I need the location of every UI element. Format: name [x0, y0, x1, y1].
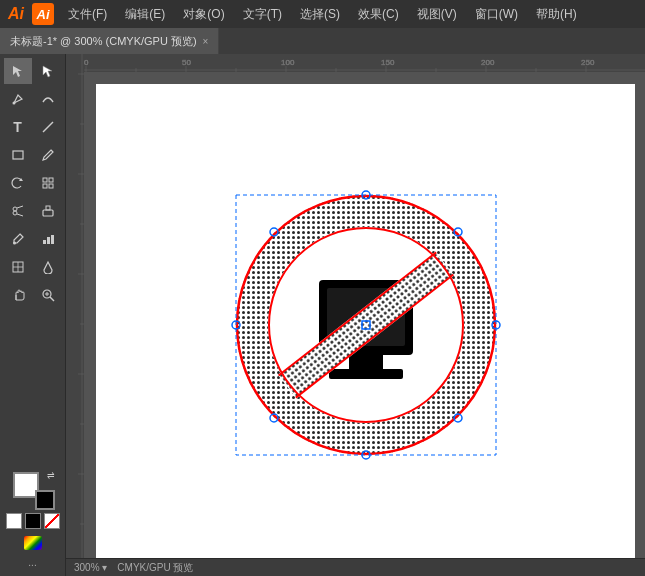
tool-row-7: [0, 226, 65, 252]
main-layout: T: [0, 54, 645, 576]
svg-rect-7: [49, 184, 53, 188]
paint-bucket-tool[interactable]: [34, 254, 62, 280]
svg-rect-12: [43, 210, 53, 216]
svg-text:50: 50: [182, 58, 191, 67]
svg-rect-15: [43, 240, 46, 244]
none-color[interactable]: [44, 513, 60, 529]
status-bar: 300% ▾ CMYK/GPU 预览: [66, 558, 645, 576]
color-section: ⇌ ...: [2, 466, 64, 572]
ai-logo: Ai: [8, 5, 24, 23]
tab-bar: 未标题-1* @ 300% (CMYK/GPU 预览) ×: [0, 28, 645, 54]
menu-select[interactable]: 选择(S): [296, 4, 344, 25]
tab-title: 未标题-1* @ 300% (CMYK/GPU 预览): [10, 34, 197, 49]
svg-line-10: [17, 206, 23, 208]
document-tab[interactable]: 未标题-1* @ 300% (CMYK/GPU 预览) ×: [0, 28, 219, 54]
app-icon: Ai: [32, 3, 54, 25]
graph-tool[interactable]: [34, 226, 62, 252]
zoom-tool[interactable]: [34, 282, 62, 308]
svg-point-14: [13, 242, 16, 245]
menu-effect[interactable]: 效果(C): [354, 4, 403, 25]
svg-point-8: [13, 207, 17, 211]
tool-row-1: [0, 58, 65, 84]
rotate-tool[interactable]: [4, 170, 32, 196]
menu-object[interactable]: 对象(O): [179, 4, 228, 25]
default-stroke-black[interactable]: [25, 513, 41, 529]
curvature-tool[interactable]: [34, 86, 62, 112]
direct-select-tool[interactable]: [34, 58, 62, 84]
tool-row-4: [0, 142, 65, 168]
svg-line-1: [43, 122, 53, 132]
menu-window[interactable]: 窗口(W): [471, 4, 522, 25]
swap-icon[interactable]: ⇌: [47, 470, 55, 480]
svg-rect-13: [46, 206, 50, 210]
svg-text:0: 0: [84, 58, 89, 67]
svg-text:200: 200: [481, 58, 495, 67]
svg-text:250: 250: [581, 58, 595, 67]
svg-rect-45: [66, 54, 84, 576]
default-fill-white[interactable]: [6, 513, 22, 529]
menu-edit[interactable]: 编辑(E): [121, 4, 169, 25]
menu-file[interactable]: 文件(F): [64, 4, 111, 25]
artboard: [96, 84, 635, 566]
menu-view[interactable]: 视图(V): [413, 4, 461, 25]
svg-point-0: [12, 102, 15, 105]
svg-line-11: [17, 214, 23, 216]
tab-close-button[interactable]: ×: [203, 36, 209, 47]
hand-tool[interactable]: [4, 282, 32, 308]
svg-line-23: [50, 297, 54, 301]
svg-rect-67: [329, 369, 403, 379]
tool-row-6: [0, 198, 65, 224]
tool-row-9: [0, 282, 65, 308]
tool-row-2: [0, 86, 65, 112]
title-bar: Ai Ai 文件(F) 编辑(E) 对象(O) 文字(T) 选择(S) 效果(C…: [0, 0, 645, 28]
eyedropper-tool[interactable]: [4, 226, 32, 252]
color-mode-row: [24, 536, 42, 550]
scissors-tool[interactable]: [4, 198, 32, 224]
line-tool[interactable]: [34, 114, 62, 140]
tool-row-8: [0, 254, 65, 280]
toolbar: T: [0, 54, 66, 576]
rect-tool[interactable]: [4, 142, 32, 168]
svg-point-9: [13, 211, 17, 215]
eraser-tool[interactable]: [34, 198, 62, 224]
svg-rect-6: [43, 184, 47, 188]
type-tool[interactable]: T: [4, 114, 32, 140]
pen-tool[interactable]: [4, 86, 32, 112]
svg-rect-17: [51, 235, 54, 244]
menu-help[interactable]: 帮助(H): [532, 4, 581, 25]
menu-text[interactable]: 文字(T): [239, 4, 286, 25]
grid-tool[interactable]: [34, 170, 62, 196]
svg-text:150: 150: [381, 58, 395, 67]
slice-tool[interactable]: [4, 254, 32, 280]
svg-rect-26: [66, 54, 645, 72]
paintbrush-tool[interactable]: [34, 142, 62, 168]
more-tools[interactable]: ...: [28, 557, 36, 568]
default-colors: [6, 513, 60, 529]
color-boxes[interactable]: ⇌: [11, 470, 55, 510]
ruler-horizontal: 0 50 100 150 200 250: [66, 54, 645, 72]
svg-rect-2: [13, 151, 23, 159]
svg-rect-68: [354, 363, 378, 369]
menu-bar: 文件(F) 编辑(E) 对象(O) 文字(T) 选择(S) 效果(C) 视图(V…: [64, 4, 581, 25]
color-mode-status: CMYK/GPU 预览: [117, 561, 193, 575]
svg-rect-4: [43, 178, 47, 182]
svg-rect-5: [49, 178, 53, 182]
zoom-level: 300% ▾: [74, 562, 107, 573]
ruler-vertical: [66, 54, 84, 576]
canvas-area[interactable]: 0 50 100 150 200 250: [66, 54, 645, 576]
svg-rect-16: [47, 237, 50, 244]
select-tool[interactable]: [4, 58, 32, 84]
tool-row-5: [0, 170, 65, 196]
color-mode-icon[interactable]: [24, 536, 42, 550]
svg-text:100: 100: [281, 58, 295, 67]
artwork-svg: [211, 170, 521, 480]
tool-row-3: T: [0, 114, 65, 140]
stroke-color[interactable]: [35, 490, 55, 510]
